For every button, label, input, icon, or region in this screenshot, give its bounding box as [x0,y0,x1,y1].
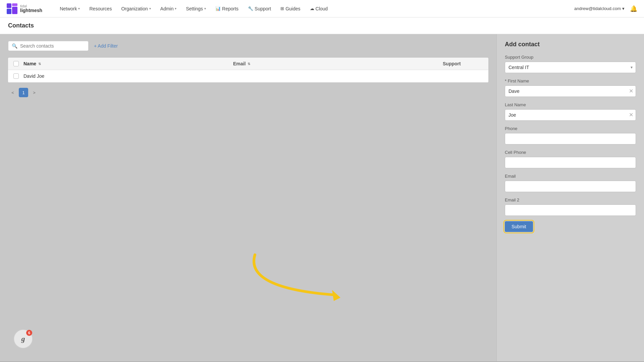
first-name-clear-icon[interactable]: ✕ [629,88,633,94]
nav-reports[interactable]: 📊 Reports [211,4,243,13]
nav-cloud[interactable]: ☁ Cloud [306,4,332,13]
phone-field: Phone [505,126,636,144]
last-name-label: Last Name [505,102,636,107]
first-name-input[interactable] [505,85,636,97]
logo[interactable]: tidal lightmesh [7,3,42,14]
chevron-down-icon: ▾ [175,7,176,10]
logo-lightmesh: lightmesh [20,8,42,13]
sort-name-icon[interactable]: ⇅ [38,62,41,66]
column-support-header: Support [443,61,461,66]
pagination: < 1 > [8,88,488,97]
contacts-panel: 🔍 + Add Filter Name ⇅ Email ⇅ [0,34,496,361]
last-name-field: Last Name ✕ [505,102,636,121]
select-all-checkbox[interactable] [13,61,19,66]
toolbar: 🔍 + Add Filter [8,41,488,51]
page-title: Contacts [8,22,34,29]
first-name-label: * First Name [505,78,636,83]
chevron-down-icon: ▾ [149,7,151,10]
email2-label: Email 2 [505,197,636,202]
search-input[interactable] [20,43,85,49]
last-name-input[interactable] [505,109,636,121]
phone-input[interactable] [505,133,636,144]
cloud-icon: ☁ [310,6,314,11]
submit-button[interactable]: Submit [505,221,533,232]
nav-right: andrew@tidalcloud.com ▾ 🔔 [574,5,637,12]
svg-rect-2 [12,7,17,14]
svg-rect-3 [7,9,11,14]
nav-network[interactable]: Network ▾ [56,4,84,13]
search-box: 🔍 [8,41,89,51]
column-name-header: Name [23,61,36,66]
email2-input[interactable] [505,204,636,216]
avatar-container: g 6 [7,336,26,355]
page-header: Contacts [0,17,644,34]
phone-label: Phone [505,126,636,131]
cell-phone-input[interactable] [505,157,636,168]
sort-email-icon[interactable]: ⇅ [248,62,250,66]
avatar[interactable]: g 6 [13,329,33,349]
bar-chart-icon: 📊 [215,6,221,11]
add-contact-panel: Add contact Support Group Central IT IT … [496,34,644,361]
first-name-field: * First Name ✕ [505,78,636,97]
main-layout: 🔍 + Add Filter Name ⇅ Email ⇅ [0,34,644,361]
svg-rect-1 [12,3,17,6]
row-checkbox[interactable] [13,73,19,79]
email2-field: Email 2 [505,197,636,216]
user-menu[interactable]: andrew@tidalcloud.com ▾ [574,6,625,11]
contacts-table: Name ⇅ Email ⇅ Support David Joe [8,58,488,82]
contact-name: David Joe [23,73,44,79]
pagination-next[interactable]: > [30,88,39,97]
nav-settings[interactable]: Settings ▾ [182,4,210,13]
svg-rect-0 [7,3,11,8]
wrench-icon: 🔧 [248,6,253,11]
logo-icon [7,3,17,14]
logo-text: tidal lightmesh [20,4,42,13]
notification-bell-icon[interactable]: 🔔 [630,5,637,12]
cell-phone-label: Cell Phone [505,150,636,155]
cell-phone-field: Cell Phone [505,150,636,168]
email-field: Email [505,174,636,192]
support-group-select-wrapper: Central IT IT Support Network Team ▾ [505,62,636,73]
last-name-clear-icon[interactable]: ✕ [629,112,633,118]
grid-icon: ⊞ [280,6,284,11]
search-icon: 🔍 [12,43,17,49]
chevron-down-icon: ▾ [204,7,206,10]
first-name-input-wrapper: ✕ [505,85,636,97]
pagination-prev[interactable]: < [8,88,17,97]
user-chevron-icon: ▾ [622,6,625,11]
chevron-down-icon: ▾ [78,7,80,10]
nav-items: Network ▾ Resources Organization ▾ Admin… [56,4,574,13]
table-row[interactable]: David Joe [8,70,488,82]
avatar-badge: 6 [26,330,32,336]
nav-guides[interactable]: ⊞ Guides [276,4,304,13]
column-email-header: Email [233,61,246,66]
last-name-input-wrapper: ✕ [505,109,636,121]
nav-organization[interactable]: Organization ▾ [117,4,155,13]
email-label: Email [505,174,636,179]
nav-admin[interactable]: Admin ▾ [156,4,181,13]
support-group-label: Support Group [505,55,636,60]
support-group-select[interactable]: Central IT IT Support Network Team [505,62,636,73]
table-header: Name ⇅ Email ⇅ Support [8,58,488,70]
pagination-page-1[interactable]: 1 [19,88,28,97]
add-filter-button[interactable]: + Add Filter [94,43,118,49]
nav-support[interactable]: 🔧 Support [244,4,275,13]
top-navigation: tidal lightmesh Network ▾ Resources Orga… [0,0,644,17]
email-input[interactable] [505,181,636,192]
nav-resources[interactable]: Resources [85,4,116,13]
add-contact-title: Add contact [505,41,636,48]
support-group-field: Support Group Central IT IT Support Netw… [505,55,636,73]
